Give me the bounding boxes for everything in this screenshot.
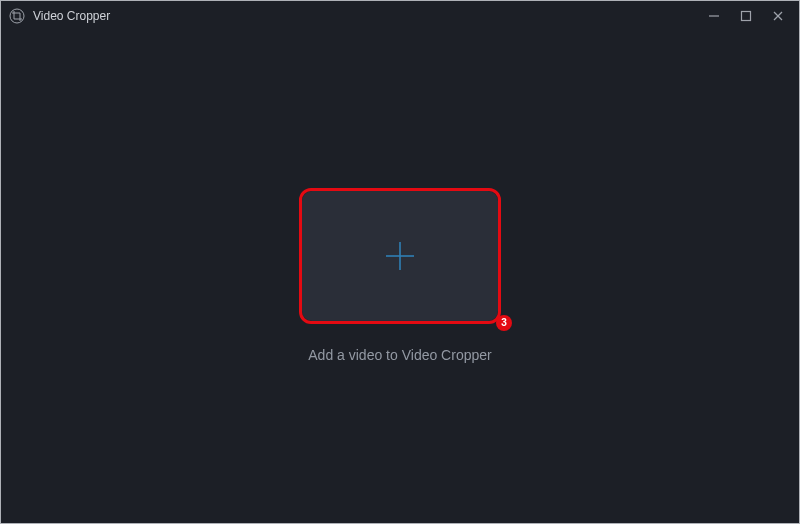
dropzone-container: 3	[302, 191, 498, 321]
add-video-hint: Add a video to Video Cropper	[308, 347, 491, 363]
minimize-button[interactable]	[705, 7, 723, 25]
crop-icon	[9, 8, 25, 24]
close-button[interactable]	[769, 7, 787, 25]
maximize-button[interactable]	[737, 7, 755, 25]
svg-point-0	[10, 9, 24, 23]
window-controls	[705, 7, 791, 25]
add-video-dropzone[interactable]	[302, 191, 498, 321]
svg-rect-2	[742, 12, 751, 21]
title-bar: Video Cropper	[1, 1, 799, 31]
tutorial-step-badge: 3	[496, 315, 512, 331]
plus-icon	[383, 239, 417, 273]
window-title: Video Cropper	[33, 9, 110, 23]
main-content: 3 Add a video to Video Cropper	[1, 31, 799, 523]
app-window: Video Cropper	[0, 0, 800, 524]
